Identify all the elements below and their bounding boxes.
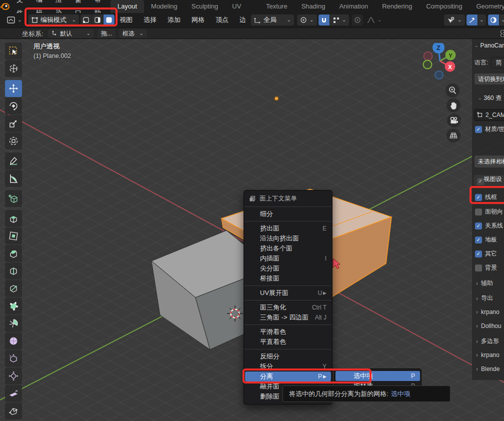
checkbox-unchecked-icon[interactable] (475, 208, 482, 216)
move-tool[interactable] (5, 80, 22, 97)
snap-toggle-button[interactable] (318, 14, 330, 26)
tab-modeling[interactable]: Modeling (144, 0, 184, 13)
toggle-face-orientation[interactable]: 面朝向 (475, 208, 503, 216)
language-dropdown[interactable]: 简 (491, 57, 504, 68)
section-export[interactable]: › 导出 (476, 294, 493, 302)
menu-item-extrude-along-normals[interactable]: 沿法向挤出面 (245, 234, 331, 244)
menu-mesh[interactable]: 网格 (186, 16, 210, 24)
toggle-background[interactable]: 背景 (475, 264, 497, 272)
material-world-checkbox-row[interactable]: ✓ 材质/世界 (475, 125, 504, 134)
tab-texture-paint[interactable]: Texture Paint (259, 0, 294, 13)
coordinate-system-dropdown[interactable]: 默认 ⌄ (48, 29, 94, 38)
annotate-tool[interactable] (5, 152, 22, 170)
editor-type-dropdown[interactable]: ⌄ (4, 14, 24, 26)
rip-region-tool[interactable] (5, 402, 22, 420)
perspective-toggle-button[interactable] (446, 128, 460, 142)
cursor-tool[interactable] (5, 60, 22, 77)
knife-tool[interactable] (5, 280, 22, 297)
tab-sculpting[interactable]: Sculpting (184, 0, 225, 13)
show-gizmo-button[interactable] (466, 14, 478, 26)
scale-tool[interactable] (5, 115, 22, 132)
menu-select[interactable]: 选择 (138, 16, 162, 24)
section-krpano-1[interactable]: › krpano (476, 308, 500, 316)
menu-item-triangulate[interactable]: 面三角化Ctrl T (245, 302, 331, 312)
checkbox-checked-icon[interactable]: ✓ (475, 194, 482, 201)
proportional-editing-button[interactable] (352, 14, 363, 26)
menu-item-extrude-individual[interactable]: 挤出各个面 (245, 244, 331, 254)
smooth-tool[interactable] (5, 332, 22, 350)
pan-hand-button[interactable] (446, 98, 460, 112)
checkbox-checked-icon[interactable]: ✓ (475, 222, 482, 230)
section-krpano-2[interactable]: › krpano (476, 352, 500, 358)
section-polygon[interactable]: › 多边形 (476, 337, 499, 346)
extrude-region-tool[interactable] (5, 210, 22, 227)
add-cube-tool[interactable] (5, 190, 22, 207)
tab-animation[interactable]: Animation (332, 0, 375, 13)
toggle-wireframe[interactable]: ✓ 线框 (475, 193, 497, 202)
measure-tool[interactable] (5, 170, 22, 187)
menu-edge[interactable]: 边 (234, 16, 252, 24)
section-header-view-settings[interactable]: ⌄ 视图设 (478, 175, 504, 184)
section-assist[interactable]: › 辅助 (476, 279, 493, 288)
menu-item-split[interactable]: 拆分Y (245, 362, 331, 372)
section-blender[interactable]: › Blende (476, 366, 500, 372)
shrink-fatten-tool[interactable] (5, 368, 22, 384)
inset-faces-tool[interactable] (5, 228, 22, 244)
menu-item-shade-smooth[interactable]: 平滑着色 (245, 327, 331, 337)
menu-item-shade-flat[interactable]: 平直着色 (245, 337, 331, 347)
snap-with-dropdown[interactable]: ⌄ (330, 14, 349, 26)
toggle-relationship-lines[interactable]: ✓ 关系线 (475, 222, 503, 230)
menu-item-poke-faces[interactable]: 尖分面 (245, 264, 331, 274)
tab-compositing[interactable]: Compositing (419, 0, 469, 13)
proportional-falloff-dropdown[interactable]: ⌄ (364, 14, 384, 26)
axis-negative-z-handle[interactable] (435, 71, 443, 79)
submenu-item-selection[interactable]: 选中项 P (336, 371, 420, 381)
axis-z-handle[interactable]: Z (432, 43, 444, 54)
menu-view[interactable]: 视图 (114, 16, 138, 24)
no-camera-button[interactable]: 未选择相机 (474, 155, 504, 168)
shear-tool[interactable] (5, 385, 22, 402)
menu-item-inset-faces[interactable]: 内插面I (245, 254, 331, 264)
edge-slide-tool[interactable] (5, 350, 22, 367)
checkbox-checked-icon[interactable]: ✓ (475, 236, 482, 244)
spin-tool[interactable] (5, 315, 22, 332)
checkbox-unchecked-icon[interactable] (475, 264, 482, 272)
zoom-button[interactable] (446, 84, 460, 98)
axis-x-handle[interactable]: X (445, 62, 456, 72)
navigation-gizmo[interactable]: Z Y X (419, 43, 465, 85)
object-visibility-dropdown[interactable]: ⌄ (444, 14, 465, 26)
menu-vertex[interactable]: 顶点 (210, 16, 234, 24)
transform-orientation-dropdown[interactable]: 全局 ⌄ (251, 14, 294, 26)
toggle-other[interactable]: ✓ 其它 (475, 250, 497, 258)
menu-item-bridge-faces[interactable]: 桥接面 (245, 274, 331, 284)
tab-shading[interactable]: Shading (294, 0, 332, 13)
menu-item-subdivide[interactable]: 细分 (245, 209, 331, 219)
rotate-tool[interactable] (5, 98, 22, 114)
menu-item-tris-to-quads[interactable]: 三角面 -> 四边面Alt J (245, 312, 331, 322)
face-select-mode-button[interactable] (104, 14, 114, 26)
checkbox-checked-icon[interactable]: ✓ (475, 250, 482, 258)
select-box-dropdown[interactable]: 框选 ⌄ (119, 29, 147, 38)
tab-geometry-nodes[interactable]: Geometry Nodes (469, 0, 504, 13)
transform-tool[interactable] (5, 132, 22, 150)
pivot-point-dropdown[interactable]: ⌄ (297, 14, 317, 26)
menu-item-extrude-faces[interactable]: 挤出面E (245, 224, 331, 234)
section-dollhouse[interactable]: › Dollhou (476, 322, 502, 330)
mode-dropdown[interactable]: 编辑模式 ⌄ (28, 14, 79, 26)
toggle-floor[interactable]: ✓ 地板 (475, 236, 497, 244)
axis-negative-y-handle[interactable] (424, 60, 432, 69)
axis-negative-x-handle[interactable] (424, 52, 432, 60)
panel-header-panocam[interactable]: ⌄ PanoCam (474, 42, 504, 49)
blender-logo-icon[interactable] (0, 2, 10, 10)
checkbox-checked-icon[interactable]: ✓ (475, 126, 482, 133)
overlays-dropdown[interactable]: ⌄ (500, 14, 504, 26)
select-box-tool[interactable] (5, 42, 22, 60)
menu-item-separate[interactable]: 分离P▶ (245, 372, 331, 382)
axis-y-handle[interactable]: Y (446, 50, 456, 60)
switch-camera-button[interactable]: 请切换到对 (474, 73, 504, 85)
section-header-360[interactable]: ⌄ 360 查 (478, 94, 504, 102)
menu-item-unsubdivide[interactable]: 反细分 (245, 352, 331, 362)
camera-view-button[interactable] (447, 114, 461, 128)
menu-item-uv-unwrap[interactable]: UV展开面U▶ (245, 288, 331, 298)
edge-select-mode-button[interactable] (92, 14, 103, 26)
